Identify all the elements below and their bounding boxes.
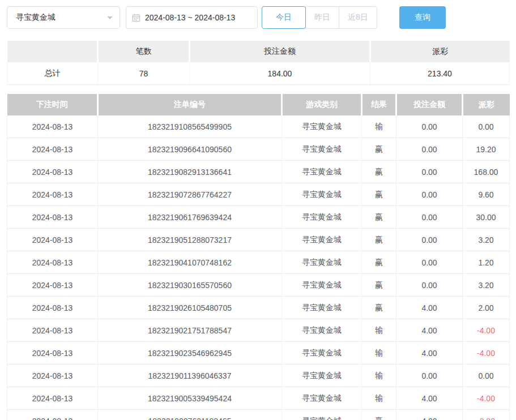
cell-result: 赢 <box>362 297 396 319</box>
summary-table: 笔数 投注金额 派彩 总计 78 184.00 213.40 <box>7 41 510 85</box>
cell-bet: 0.00 <box>396 138 463 161</box>
cell-result: 输 <box>362 387 396 410</box>
cell-game: 寻宝黄金城 <box>282 365 362 387</box>
table-row: 2024-08-131823219005339495424寻宝黄金城输4.00-… <box>7 387 510 410</box>
table-row: 2024-08-131823219021751788547寻宝黄金城输4.00-… <box>7 319 510 342</box>
header-bet-amount: 投注金额 <box>396 94 463 115</box>
chevron-down-icon <box>107 16 113 22</box>
summary-header-payout: 派彩 <box>370 41 510 62</box>
bet-table-body: 2024-08-131823219108565499905寻宝黄金城输0.000… <box>7 115 510 420</box>
header-game-type: 游戏类别 <box>282 94 362 115</box>
cell-order_no: 1823219023546962945 <box>98 342 282 365</box>
cell-order_no: 1823219108565499905 <box>98 115 282 138</box>
cell-payout: 30.00 <box>463 206 510 229</box>
cell-game: 寻宝黄金城 <box>282 206 362 229</box>
cell-result: 输 <box>362 115 396 138</box>
cell-payout: 9.60 <box>463 183 510 206</box>
cell-game: 寻宝黄金城 <box>282 229 362 251</box>
cell-payout: -4.00 <box>463 342 510 365</box>
cell-order_no: 1823219030165570560 <box>98 274 282 297</box>
date-range-value: 2024-08-13 ~ 2024-08-13 <box>145 13 235 22</box>
cell-game: 寻宝黄金城 <box>282 319 362 342</box>
table-row: 2024-08-131823219061769639424寻宝黄金城赢0.003… <box>7 206 510 229</box>
last-8-days-button[interactable]: 近8日 <box>339 6 377 29</box>
game-select[interactable]: 寻宝黄金城 <box>7 6 120 29</box>
cell-result: 赢 <box>362 161 396 183</box>
cell-bet: 0.00 <box>396 161 463 183</box>
cell-bet: 0.00 <box>396 183 463 206</box>
cell-game: 寻宝黄金城 <box>282 138 362 161</box>
cell-bet: 4.00 <box>396 319 463 342</box>
table-row: 2024-08-131823219051288073217寻宝黄金城赢0.003… <box>7 229 510 251</box>
table-row: 2024-08-131823219007621182465寻宝黄金城赢4.00-… <box>7 410 510 420</box>
cell-time: 2024-08-13 <box>7 342 98 365</box>
cell-time: 2024-08-13 <box>7 274 98 297</box>
cell-game: 寻宝黄金城 <box>282 410 362 420</box>
bet-table: 下注时间 注单编号 游戏类别 结果 投注金额 派彩 2024-08-131823… <box>7 94 510 420</box>
cell-payout: 3.20 <box>463 229 510 251</box>
header-bet-time: 下注时间 <box>7 94 98 115</box>
summary-total-bet-amount: 184.00 <box>190 62 370 85</box>
table-row: 2024-08-131823219041070748162寻宝黄金城赢0.001… <box>7 251 510 274</box>
cell-time: 2024-08-13 <box>7 115 98 138</box>
header-result: 结果 <box>362 94 396 115</box>
cell-game: 寻宝黄金城 <box>282 387 362 410</box>
cell-game: 寻宝黄金城 <box>282 161 362 183</box>
table-row: 2024-08-131823219108565499905寻宝黄金城输0.000… <box>7 115 510 138</box>
table-row: 2024-08-131823219011396046337寻宝黄金城输0.000… <box>7 365 510 387</box>
cell-time: 2024-08-13 <box>7 251 98 274</box>
cell-bet: 0.00 <box>396 274 463 297</box>
cell-bet: 0.00 <box>396 229 463 251</box>
summary-header-count: 笔数 <box>98 41 190 62</box>
cell-time: 2024-08-13 <box>7 319 98 342</box>
cell-payout: 0.00 <box>463 365 510 387</box>
cell-payout: -4.00 <box>463 319 510 342</box>
query-button[interactable]: 查询 <box>399 6 446 29</box>
bet-table-header-row: 下注时间 注单编号 游戏类别 结果 投注金额 派彩 <box>7 94 510 115</box>
cell-time: 2024-08-13 <box>7 297 98 319</box>
summary-total-payout: 213.40 <box>370 62 510 85</box>
cell-order_no: 1823219082913136641 <box>98 161 282 183</box>
cell-result: 输 <box>362 342 396 365</box>
summary-header-bet-amount: 投注金额 <box>190 41 370 62</box>
cell-result: 输 <box>362 319 396 342</box>
cell-order_no: 1823219021751788547 <box>98 319 282 342</box>
cell-game: 寻宝黄金城 <box>282 251 362 274</box>
table-row: 2024-08-131823219072867764227寻宝黄金城赢0.009… <box>7 183 510 206</box>
header-payout: 派彩 <box>463 94 510 115</box>
cell-result: 赢 <box>362 274 396 297</box>
header-order-number: 注单编号 <box>98 94 282 115</box>
cell-payout: -4.00 <box>463 387 510 410</box>
game-select-value: 寻宝黄金城 <box>16 12 56 23</box>
cell-bet: 4.00 <box>396 410 463 420</box>
cell-payout: 19.20 <box>463 138 510 161</box>
cell-result: 赢 <box>362 251 396 274</box>
cell-time: 2024-08-13 <box>7 206 98 229</box>
cell-time: 2024-08-13 <box>7 183 98 206</box>
yesterday-button[interactable]: 昨日 <box>305 6 339 29</box>
today-button[interactable]: 今日 <box>262 6 306 29</box>
cell-order_no: 1823219072867764227 <box>98 183 282 206</box>
toolbar: 寻宝黄金城 2024-08-13 ~ 2024-08-13 今日 昨日 近8日 … <box>0 0 516 29</box>
cell-order_no: 1823219005339495424 <box>98 387 282 410</box>
cell-bet: 4.00 <box>396 387 463 410</box>
quick-range-button-group: 今日 昨日 近8日 <box>262 6 377 29</box>
date-range-input[interactable]: 2024-08-13 ~ 2024-08-13 <box>126 6 258 29</box>
cell-game: 寻宝黄金城 <box>282 297 362 319</box>
cell-game: 寻宝黄金城 <box>282 115 362 138</box>
table-row: 2024-08-131823219023546962945寻宝黄金城输4.00-… <box>7 342 510 365</box>
cell-bet: 0.00 <box>396 365 463 387</box>
cell-result: 赢 <box>362 229 396 251</box>
cell-game: 寻宝黄金城 <box>282 342 362 365</box>
cell-payout: 1.20 <box>463 251 510 274</box>
table-row: 2024-08-131823219026105480705寻宝黄金城赢4.002… <box>7 297 510 319</box>
cell-result: 赢 <box>362 138 396 161</box>
cell-order_no: 1823219007621182465 <box>98 410 282 420</box>
summary-header-blank <box>7 41 98 62</box>
table-row: 2024-08-131823219030165570560寻宝黄金城赢0.003… <box>7 274 510 297</box>
cell-result: 赢 <box>362 410 396 420</box>
cell-order_no: 1823219026105480705 <box>98 297 282 319</box>
cell-time: 2024-08-13 <box>7 229 98 251</box>
cell-time: 2024-08-13 <box>7 161 98 183</box>
cell-payout: 0.00 <box>463 115 510 138</box>
